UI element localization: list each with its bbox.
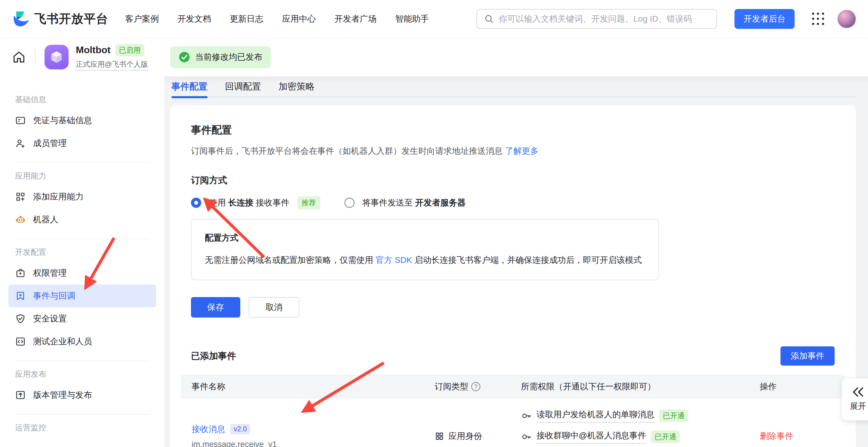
- option1-post: 接收事件: [256, 198, 290, 207]
- developer-console-button[interactable]: 开发者后台: [735, 9, 795, 29]
- id-card-icon: [15, 115, 26, 126]
- events-table: 事件名称 订阅类型 ? 所需权限（开通以下任一权限即可） 操作 接收消息 v2: [181, 375, 845, 447]
- logo-text: 飞书开放平台: [34, 10, 108, 27]
- radio-long-connection[interactable]: [191, 198, 201, 208]
- col-actions: 操作: [760, 381, 845, 392]
- app-info: Moltbot 已启用 正式应用@飞书个人版: [76, 44, 148, 71]
- permission-enabled-badge: 已开通: [651, 431, 680, 443]
- config-method-title: 配置方式: [205, 232, 645, 244]
- expand-label: 展开: [850, 401, 866, 412]
- app-grid-icon[interactable]: [811, 12, 825, 26]
- home-icon[interactable]: [12, 50, 26, 64]
- sidebar-divider: [15, 361, 150, 361]
- user-avatar[interactable]: [837, 10, 856, 28]
- save-button[interactable]: 保存: [191, 297, 240, 317]
- actions-cell: 删除事件: [760, 431, 845, 442]
- tab-callback-config[interactable]: 回调配置: [225, 76, 261, 97]
- app-name: Moltbot: [76, 44, 111, 56]
- upload-icon: [15, 390, 26, 401]
- feishu-logo[interactable]: 飞书开放平台: [12, 10, 108, 27]
- config-method-body: 无需注册公网域名或配置加密策略，仅需使用 官方 SDK 启动长连接飞书客户端，并…: [205, 254, 645, 266]
- sidebar-item-permissions[interactable]: 权限管理: [8, 262, 156, 284]
- page-title: 事件配置: [191, 123, 835, 137]
- main-content: 事件配置 回调配置 加密策略 事件配置 订阅事件后，飞书开放平台将会在事件（如机…: [165, 76, 868, 447]
- double-chevron-left-icon: [852, 387, 864, 397]
- nav-item-app-center[interactable]: 应用中心: [282, 13, 316, 25]
- sidebar-item-add-capability[interactable]: 添加应用能力: [8, 185, 156, 208]
- sidebar-item-label: 版本管理与发布: [33, 389, 92, 401]
- config-method-box: 配置方式 无需注册公网域名或配置加密策略，仅需使用 官方 SDK 启动长连接飞书…: [191, 219, 659, 280]
- nav-item-dev-plaza[interactable]: 开发者广场: [335, 13, 377, 25]
- search-placeholder: 你可以输入文档关键词、开发问题、Log ID、错误码: [499, 13, 692, 25]
- nav-item-docs[interactable]: 开发文档: [178, 13, 211, 25]
- delete-event-link[interactable]: 删除事件: [760, 432, 794, 441]
- cancel-button[interactable]: 取消: [249, 297, 299, 317]
- permission-text[interactable]: 接收群聊中@机器人消息事件: [536, 430, 646, 444]
- sidebar: 基础信息 凭证与基础信息 成员管理 应用能力 添加应用能: [0, 76, 165, 447]
- permission-text[interactable]: 读取用户发给机器人的单聊消息: [536, 409, 654, 423]
- permission-enabled-badge: 已开通: [659, 409, 688, 422]
- sidebar-item-test-org[interactable]: 测试企业和人员: [8, 330, 156, 353]
- sidebar-item-label: 事件与回调: [33, 290, 75, 302]
- grid-plus-icon: [15, 192, 26, 202]
- form-actions: 保存 取消: [191, 297, 835, 317]
- sidebar-item-version-release[interactable]: 版本管理与发布: [8, 384, 156, 407]
- permission-item: 读取用户发给机器人的单聊消息 已开通: [521, 409, 760, 423]
- add-event-button[interactable]: 添加事件: [780, 346, 835, 366]
- subscription-options: 使用 长连接 接收事件 推荐 将事件发送至 开发者服务器: [191, 196, 835, 209]
- event-name-cell: 接收消息 v2.0 im.message.receive_v1: [181, 423, 435, 447]
- nav-item-changelog[interactable]: 更新日志: [230, 13, 264, 25]
- subscription-type-cell: 应用身份: [435, 431, 521, 442]
- code-icon: [15, 336, 26, 347]
- event-version-badge: v2.0: [230, 424, 250, 435]
- nav-item-ai-assistant[interactable]: 智能助手: [395, 13, 429, 25]
- feishu-open-platform-page: 飞书开放平台 客户案例 开发文档 更新日志 应用中心 开发者广场 智能助手 你可…: [0, 0, 868, 447]
- sidebar-item-bot[interactable]: 机器人: [8, 208, 156, 231]
- official-sdk-link[interactable]: 官方 SDK: [376, 255, 412, 265]
- feishu-logo-icon: [12, 11, 29, 27]
- event-code: im.message.receive_v1: [192, 440, 435, 447]
- event-flag-plus-icon: [15, 290, 26, 301]
- app-icon: [44, 45, 69, 69]
- sidebar-section-basic-info: 基础信息: [15, 94, 156, 105]
- permissions-cell: 读取用户发给机器人的单聊消息 已开通 接收群聊中@机器人消息事件 已开通: [521, 409, 760, 447]
- sidebar-divider: [15, 163, 150, 163]
- option1-bold: 长连接: [228, 198, 253, 207]
- publish-status-text: 当前修改均已发布: [195, 51, 262, 63]
- navbar-right: 你可以输入文档关键词、开发问题、Log ID、错误码 开发者后台: [476, 9, 856, 29]
- cube-icon: [49, 49, 64, 65]
- expand-drawer-toggle[interactable]: 展开: [841, 378, 868, 420]
- check-circle-icon: [179, 51, 190, 63]
- app-identity-icon: [435, 432, 444, 441]
- radio-developer-server[interactable]: [344, 198, 354, 208]
- event-name-link[interactable]: 接收消息: [192, 423, 225, 435]
- person-add-icon: [15, 138, 26, 149]
- sidebar-item-events-callbacks[interactable]: 事件与回调: [8, 284, 156, 307]
- option2-pre: 将事件发送至: [363, 198, 413, 207]
- sidebar-item-security[interactable]: 安全设置: [8, 307, 156, 330]
- subscription-mode-heading: 订阅方式: [191, 174, 835, 186]
- sidebar-item-label: 机器人: [33, 214, 58, 225]
- sidebar-section-monitoring: 运营监控: [15, 422, 156, 433]
- description-text: 订阅事件后，飞书开放平台将会在事件（如机器人入群）发生时向请求地址推送消息: [191, 146, 503, 156]
- tab-event-config[interactable]: 事件配置: [172, 76, 208, 97]
- key-icon: [521, 432, 532, 442]
- body-wrap: 基础信息 凭证与基础信息 成员管理 应用能力 添加应用能: [0, 76, 868, 447]
- search-input[interactable]: 你可以输入文档关键词、开发问题、Log ID、错误码: [476, 9, 717, 29]
- robot-icon: [15, 214, 26, 225]
- sidebar-section-release: 应用发布: [15, 369, 156, 379]
- option1-label: 使用 长连接 接收事件: [209, 197, 290, 208]
- config-body-pre: 无需注册公网域名或配置加密策略，仅需使用: [205, 255, 373, 265]
- sidebar-item-label: 添加应用能力: [33, 191, 84, 203]
- events-table-header: 事件名称 订阅类型 ? 所需权限（开通以下任一权限即可） 操作: [181, 375, 845, 399]
- tab-bar: 事件配置 回调配置 加密策略: [170, 76, 856, 97]
- app-header-bar: Moltbot 已启用 正式应用@飞书个人版 当前修改均已发布: [0, 38, 868, 76]
- sidebar-item-credentials[interactable]: 凭证与基础信息: [8, 109, 156, 132]
- tab-encryption-strategy[interactable]: 加密策略: [279, 76, 315, 97]
- learn-more-link[interactable]: 了解更多: [505, 146, 539, 156]
- nav-item-cases[interactable]: 客户案例: [125, 13, 159, 25]
- help-icon[interactable]: ?: [471, 382, 480, 391]
- app-subtitle[interactable]: 正式应用@飞书个人版: [76, 60, 148, 71]
- sidebar-item-members[interactable]: 成员管理: [8, 132, 156, 155]
- publish-status-pill: 当前修改均已发布: [170, 46, 271, 68]
